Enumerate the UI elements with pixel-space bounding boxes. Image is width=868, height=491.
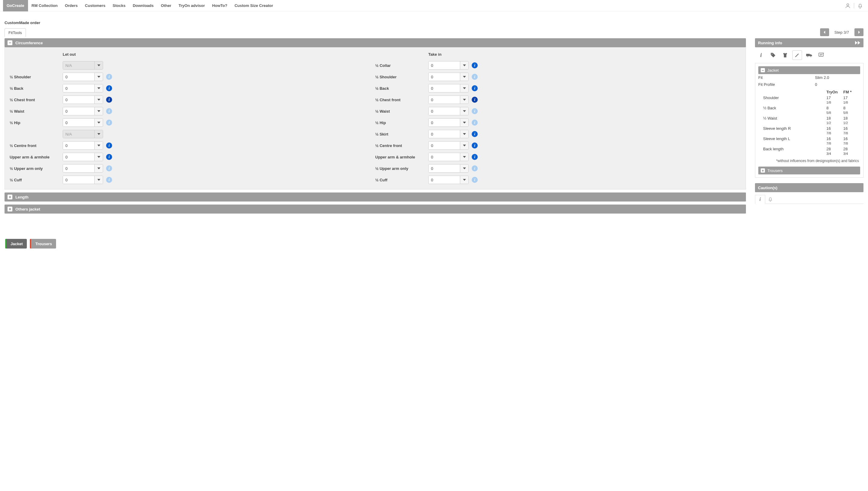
- step-next-button[interactable]: [855, 28, 864, 36]
- info-icon[interactable]: i: [472, 120, 478, 125]
- info-icon[interactable]: i: [106, 108, 112, 114]
- chevron-down-icon[interactable]: [460, 142, 468, 149]
- chevron-down-icon[interactable]: [94, 107, 103, 115]
- value-dropdown[interactable]: 0: [63, 164, 103, 173]
- tag-tab-icon[interactable]: [768, 50, 778, 60]
- note-tab-icon[interactable]: [816, 50, 826, 60]
- info-icon[interactable]: i: [472, 165, 478, 171]
- info-icon[interactable]: i: [106, 85, 112, 91]
- value-dropdown[interactable]: 0: [63, 84, 103, 92]
- info-icon[interactable]: i: [106, 177, 112, 183]
- value-dropdown[interactable]: 0: [428, 141, 469, 150]
- dropdown-value: 0: [428, 84, 460, 92]
- info-icon[interactable]: i: [472, 74, 478, 80]
- nav-item-stocks[interactable]: Stocks: [109, 0, 129, 11]
- nav-item-howto-[interactable]: HowTo?: [208, 0, 231, 11]
- value-dropdown[interactable]: 0: [428, 73, 469, 81]
- info-icon[interactable]: i: [472, 108, 478, 114]
- chevron-down-icon[interactable]: [94, 96, 103, 104]
- info-icon[interactable]: i: [472, 154, 478, 160]
- value-dropdown[interactable]: 0: [63, 118, 103, 127]
- info-icon[interactable]: i: [106, 74, 112, 80]
- caution-info-tab[interactable]: i: [755, 195, 765, 204]
- value-dropdown[interactable]: 0: [428, 95, 469, 104]
- nav-item-other[interactable]: Other: [157, 0, 175, 11]
- chevron-down-icon[interactable]: [460, 165, 468, 172]
- nav-item-customers[interactable]: Customers: [81, 0, 109, 11]
- value-dropdown[interactable]: 0: [428, 107, 469, 115]
- dropdown-value: 0: [428, 73, 460, 81]
- chevron-down-icon[interactable]: [94, 176, 103, 184]
- chevron-down-icon[interactable]: [460, 96, 468, 104]
- caution-bell-tab[interactable]: [765, 195, 776, 204]
- nav-item-orders[interactable]: Orders: [61, 0, 81, 11]
- chevron-down-icon[interactable]: [460, 73, 468, 81]
- section-circumference-header[interactable]: − Circumference: [4, 38, 746, 47]
- chevron-down-icon[interactable]: [94, 153, 103, 161]
- chevron-down-icon[interactable]: [460, 107, 468, 115]
- chevron-down-icon[interactable]: [94, 84, 103, 92]
- info-icon[interactable]: i: [472, 131, 478, 137]
- chevron-down-icon[interactable]: [460, 61, 468, 69]
- chevron-down-icon[interactable]: [460, 153, 468, 161]
- value-dropdown[interactable]: 0: [63, 95, 103, 104]
- nav-item-rm-collection[interactable]: RM Collection: [28, 0, 61, 11]
- info-icon[interactable]: i: [106, 165, 112, 171]
- chevron-down-icon[interactable]: [460, 84, 468, 92]
- minus-icon[interactable]: −: [761, 68, 765, 72]
- info-icon[interactable]: i: [106, 143, 112, 148]
- step-prev-button[interactable]: [820, 28, 829, 36]
- nav-item-gocreate[interactable]: GoCreate: [3, 0, 28, 11]
- value-dropdown[interactable]: 0: [63, 176, 103, 184]
- chevron-down-icon[interactable]: [460, 119, 468, 126]
- info-icon[interactable]: i: [472, 177, 478, 183]
- section-length-header[interactable]: + Length: [4, 193, 746, 202]
- info-tab-icon[interactable]: i: [756, 50, 766, 60]
- chevron-down-icon[interactable]: [94, 119, 103, 126]
- value-dropdown[interactable]: 0: [428, 153, 469, 161]
- info-icon[interactable]: i: [472, 62, 478, 68]
- section-others-header[interactable]: + Others jacket: [4, 205, 746, 213]
- info-icon[interactable]: i: [472, 143, 478, 148]
- info-icon[interactable]: i: [472, 97, 478, 103]
- value-dropdown[interactable]: 0: [63, 141, 103, 150]
- running-jacket-header[interactable]: − Jacket: [758, 66, 860, 74]
- chevron-down-icon[interactable]: [460, 176, 468, 184]
- plus-icon[interactable]: +: [7, 207, 12, 211]
- value-dropdown[interactable]: 0: [428, 61, 469, 69]
- value-dropdown[interactable]: 0: [428, 84, 469, 92]
- nav-item-tryon-advisor[interactable]: TryOn advisor: [175, 0, 208, 11]
- info-icon[interactable]: i: [106, 120, 112, 125]
- value-dropdown[interactable]: 0: [428, 130, 469, 138]
- garment-tab-jacket[interactable]: Jacket: [5, 239, 27, 249]
- shirt-tab-icon[interactable]: [780, 50, 790, 60]
- chevron-down-icon[interactable]: [94, 165, 103, 172]
- value-dropdown[interactable]: 0: [63, 107, 103, 115]
- tab-fittools[interactable]: FitTools: [4, 28, 26, 37]
- value-dropdown[interactable]: 0: [63, 73, 103, 81]
- nav-item-custom-size-creator[interactable]: Custom Size Creator: [231, 0, 277, 11]
- chevron-down-icon[interactable]: [94, 73, 103, 81]
- user-icon[interactable]: [844, 2, 851, 9]
- nav-item-downloads[interactable]: Downloads: [129, 0, 157, 11]
- info-icon[interactable]: i: [472, 85, 478, 91]
- plus-icon[interactable]: +: [761, 168, 765, 173]
- bell-icon[interactable]: [857, 2, 864, 9]
- chevron-down-icon[interactable]: [460, 130, 468, 138]
- value-dropdown[interactable]: 0: [428, 118, 469, 127]
- value-dropdown[interactable]: 0: [428, 164, 469, 173]
- pencil-tab-icon[interactable]: [792, 50, 802, 60]
- running-trousers-header[interactable]: + Trousers: [758, 167, 860, 174]
- value-dropdown[interactable]: 0: [428, 176, 469, 184]
- plus-icon[interactable]: +: [7, 195, 12, 199]
- running-info-label: Running info: [758, 41, 782, 45]
- garment-tab-trousers[interactable]: Trousers: [30, 239, 56, 249]
- chevron-down-icon[interactable]: [94, 142, 103, 149]
- truck-tab-icon[interactable]: [804, 50, 814, 60]
- svg-point-3: [807, 56, 808, 57]
- value-dropdown[interactable]: 0: [63, 153, 103, 161]
- fast-forward-icon[interactable]: [855, 41, 861, 45]
- minus-icon[interactable]: −: [7, 40, 12, 45]
- info-icon[interactable]: i: [106, 97, 112, 103]
- info-icon[interactable]: i: [106, 154, 112, 160]
